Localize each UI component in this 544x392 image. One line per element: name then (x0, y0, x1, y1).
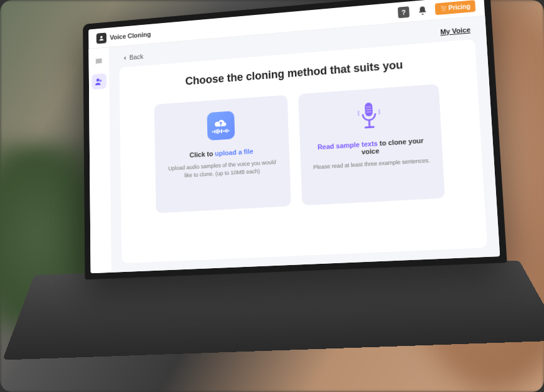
svg-rect-4 (213, 131, 215, 133)
content-card: Choose the cloning method that suits you (120, 39, 487, 263)
left-sidebar (88, 47, 111, 273)
svg-rect-9 (222, 131, 223, 132)
sidebar-item-voice[interactable] (91, 73, 106, 90)
help-icon: ? (398, 6, 410, 18)
bell-icon (417, 5, 428, 16)
upload-title-accent: upload a file (215, 147, 253, 157)
back-label: Back (129, 53, 144, 61)
microphone-icon (355, 101, 382, 131)
cart-icon (440, 5, 447, 12)
svg-rect-6 (217, 129, 218, 134)
app-logo-icon (96, 32, 106, 44)
record-card-title: Read sample texts to clone your voice (310, 136, 432, 159)
my-voice-link[interactable]: My Voice (440, 26, 471, 36)
record-voice-card[interactable]: Read sample texts to clone your voice Pl… (298, 84, 445, 206)
app-title: Voice Cloning (110, 30, 151, 41)
record-icon-wrap (352, 99, 385, 132)
upload-card-title: Click to upload a file (189, 147, 253, 159)
svg-rect-3 (212, 131, 213, 133)
svg-point-0 (100, 35, 103, 38)
svg-point-2 (100, 80, 102, 82)
svg-point-1 (96, 78, 100, 82)
help-button[interactable]: ? (397, 6, 410, 19)
upload-cloud-icon (207, 111, 235, 141)
upload-file-card[interactable]: Click to upload a file Upload audio samp… (154, 95, 291, 213)
upload-card-description: Upload audio samples of the voice you wo… (164, 158, 280, 180)
options-row: Click to upload a file Upload audio samp… (136, 82, 466, 214)
svg-rect-12 (228, 130, 229, 131)
app-screen: Voice Cloning ? Pricing (88, 0, 500, 273)
record-card-description: Please read at least three example sente… (313, 157, 430, 172)
back-button[interactable]: Back (123, 53, 143, 62)
upload-icon-wrap (205, 110, 236, 142)
sidebar-item-chat[interactable] (91, 54, 106, 70)
voice-clone-icon (95, 77, 104, 86)
svg-rect-17 (368, 120, 370, 126)
svg-rect-18 (364, 126, 374, 128)
svg-rect-11 (226, 129, 227, 133)
body-area: Back My Voice Choose the cloning method … (88, 16, 500, 274)
svg-rect-5 (215, 129, 217, 133)
chat-icon (95, 57, 104, 67)
page-heading: Choose the cloning method that suits you (185, 58, 403, 88)
pricing-label: Pricing (448, 3, 470, 12)
main-area: Back My Voice Choose the cloning method … (109, 16, 500, 273)
chevron-left-icon (123, 55, 128, 60)
laptop-bezel: Voice Cloning ? Pricing (83, 0, 507, 279)
svg-rect-8 (220, 129, 222, 133)
upload-title-prefix: Click to (189, 150, 215, 159)
svg-rect-10 (224, 129, 225, 132)
pricing-button[interactable]: Pricing (435, 0, 476, 15)
svg-rect-7 (219, 130, 220, 133)
notifications-button[interactable] (416, 4, 429, 17)
